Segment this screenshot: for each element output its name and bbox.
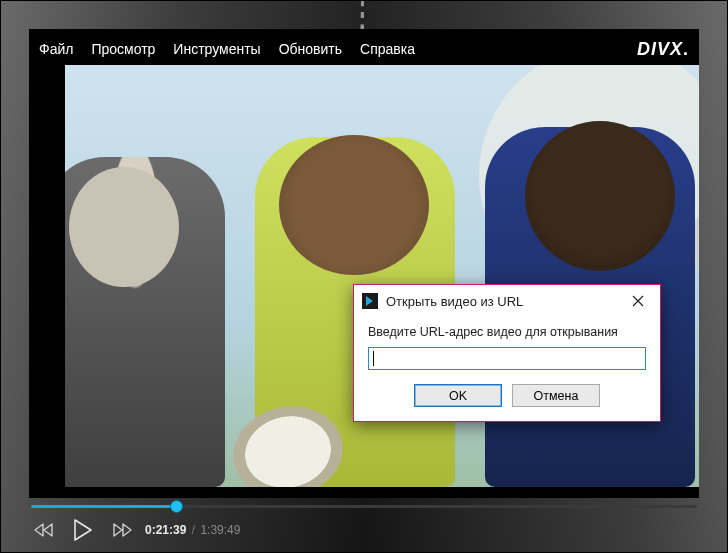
url-input[interactable]: [368, 347, 646, 370]
dialog-buttons: OK Отмена: [368, 384, 646, 407]
playback-controls: 0:21:39 / 1:39:49: [31, 516, 697, 544]
video-letterbox: Файл Просмотр Инструменты Обновить Справ…: [29, 29, 699, 498]
close-icon: [632, 295, 644, 307]
rewind-button[interactable]: [31, 517, 57, 543]
brand-logo: DIVX.: [637, 39, 689, 60]
time-current: 0:21:39: [145, 523, 186, 537]
cancel-button[interactable]: Отмена: [512, 384, 600, 407]
app-icon: [362, 293, 378, 309]
seek-thumb[interactable]: [170, 500, 183, 513]
dialog-prompt: Введите URL-адрес видео для открывания: [368, 325, 646, 339]
time-display: 0:21:39 / 1:39:49: [145, 523, 240, 537]
dialog-titlebar[interactable]: Открыть видео из URL: [354, 285, 660, 317]
time-total: 1:39:49: [200, 523, 240, 537]
seek-bar[interactable]: [31, 500, 697, 512]
menu-help[interactable]: Справка: [360, 41, 415, 57]
forward-button[interactable]: [109, 517, 135, 543]
menu-view[interactable]: Просмотр: [91, 41, 155, 57]
play-button[interactable]: [67, 514, 99, 546]
video-content: [65, 157, 225, 487]
menu-bar: Файл Просмотр Инструменты Обновить Справ…: [39, 35, 689, 63]
close-button[interactable]: [624, 291, 652, 311]
url-input-wrap: [368, 347, 646, 370]
video-frame[interactable]: [65, 65, 699, 487]
menu-file[interactable]: Файл: [39, 41, 73, 57]
ok-button[interactable]: OK: [414, 384, 502, 407]
menu-tools[interactable]: Инструменты: [173, 41, 260, 57]
open-url-dialog: Открыть видео из URL Введите URL-адрес в…: [353, 284, 661, 422]
dialog-title: Открыть видео из URL: [386, 294, 523, 309]
divx-player-window: Файл Просмотр Инструменты Обновить Справ…: [0, 0, 728, 553]
text-caret: [373, 351, 374, 366]
seek-played: [31, 505, 176, 508]
dialog-body: Введите URL-адрес видео для открывания O…: [354, 317, 660, 421]
menu-update[interactable]: Обновить: [279, 41, 342, 57]
